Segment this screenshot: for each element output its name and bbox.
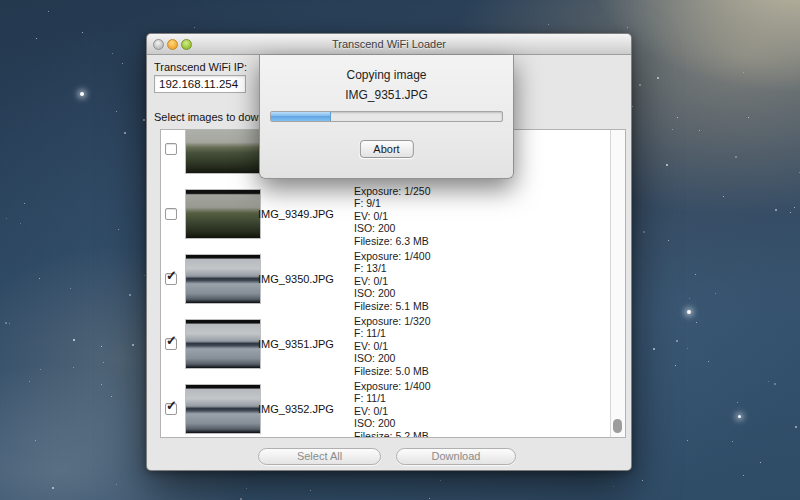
abort-button[interactable]: Abort [359, 140, 413, 158]
star [36, 38, 37, 39]
list-item[interactable]: ✓ IMG_9351.JPG Exposure: 1/320F: 11/1EV:… [161, 312, 610, 377]
star [20, 223, 21, 224]
star [689, 298, 690, 299]
image-thumbnail [186, 385, 260, 433]
star [122, 63, 123, 64]
image-checkbox[interactable]: ✓ [165, 143, 177, 155]
download-button[interactable]: Download [396, 448, 516, 465]
star [708, 361, 709, 362]
star [132, 344, 134, 346]
checkmark-icon: ✓ [166, 269, 177, 282]
star [116, 111, 117, 112]
star [653, 348, 655, 350]
image-checkbox[interactable]: ✓ [165, 403, 177, 415]
star [29, 381, 30, 382]
star [790, 212, 791, 213]
star [73, 367, 74, 368]
star [129, 294, 131, 296]
image-filename: IMG_9351.JPG [258, 338, 334, 350]
star [699, 130, 700, 131]
copy-progress-dialog: Copying image IMG_9351.JPG Abort [259, 55, 514, 179]
star [668, 240, 669, 241]
star [672, 129, 673, 130]
image-filename: IMG_9350.JPG [258, 273, 334, 285]
image-checkbox[interactable]: ✓ [165, 273, 177, 285]
image-exif: Exposure: 1/320F: 11/1EV: 0/1ISO: 200Fil… [354, 315, 430, 377]
star [687, 348, 688, 349]
window-titlebar[interactable]: Transcend WiFi Loader [147, 34, 631, 55]
star [40, 369, 41, 370]
star [639, 84, 641, 86]
star [715, 293, 716, 294]
star [440, 480, 441, 481]
star [548, 24, 549, 25]
star [748, 117, 749, 118]
progress-bar-fill [271, 112, 331, 121]
star [194, 27, 195, 28]
image-checkbox[interactable]: ✓ [165, 208, 177, 220]
star [101, 346, 102, 347]
star [613, 486, 614, 487]
image-exif: Exposure: 1/400F: 11/1EV: 0/1ISO: 200Fil… [354, 380, 430, 438]
star [111, 396, 112, 397]
image-checkbox[interactable]: ✓ [165, 338, 177, 350]
bright-star [687, 310, 691, 314]
star [687, 440, 688, 441]
star [6, 218, 7, 219]
star [774, 383, 776, 385]
image-thumbnail [186, 129, 260, 173]
select-all-button[interactable]: Select All [258, 448, 381, 465]
star [9, 323, 10, 324]
star [70, 288, 71, 289]
star [794, 207, 795, 208]
star [124, 132, 126, 134]
star [743, 72, 744, 73]
list-item[interactable]: ✓ IMG_9350.JPG Exposure: 1/400F: 13/1EV:… [161, 247, 610, 312]
star [723, 196, 724, 197]
image-filename: IMG_9352.JPG [258, 403, 334, 415]
star [24, 203, 25, 204]
list-scrollbar[interactable] [610, 130, 625, 437]
star [632, 106, 633, 107]
star [643, 231, 645, 233]
list-item[interactable]: ✓ IMG_9352.JPG Exposure: 1/400F: 11/1EV:… [161, 377, 610, 438]
star [246, 488, 247, 489]
star [143, 119, 145, 121]
star [310, 490, 311, 491]
star [695, 274, 696, 275]
star [101, 384, 102, 385]
star [48, 11, 49, 12]
star [5, 322, 7, 324]
image-exif: Exposure: 1/400F: 13/1EV: 0/1ISO: 200Fil… [354, 250, 430, 312]
star [743, 475, 744, 476]
image-thumbnail [186, 190, 260, 238]
image-exif: Exposure: 1/250F: 9/1EV: 0/1ISO: 200File… [354, 185, 430, 247]
app-window: Transcend WiFi Loader Transcend WiFi IP:… [146, 33, 632, 471]
progress-bar [270, 111, 503, 122]
ip-input[interactable] [154, 75, 246, 93]
list-item[interactable]: ✓ IMG_9349.JPG Exposure: 1/250F: 9/1EV: … [161, 182, 610, 247]
star [760, 462, 761, 463]
scrollbar-thumb[interactable] [613, 419, 622, 433]
star [657, 77, 659, 79]
star [73, 339, 75, 341]
star [118, 229, 119, 230]
star [696, 322, 697, 323]
star [39, 278, 40, 279]
image-thumbnail [186, 320, 260, 368]
star [642, 480, 643, 481]
checkmark-icon: ✓ [166, 334, 177, 347]
star [52, 487, 54, 489]
star [82, 32, 83, 33]
star [676, 340, 678, 342]
star [35, 440, 36, 441]
star [627, 27, 628, 28]
star [144, 275, 145, 276]
star [116, 484, 117, 485]
star [775, 209, 777, 211]
star [737, 402, 738, 403]
image-filename: IMG_9349.JPG [258, 208, 334, 220]
star [735, 156, 737, 158]
star [732, 441, 733, 442]
dialog-filename: IMG_9351.JPG [260, 88, 513, 102]
